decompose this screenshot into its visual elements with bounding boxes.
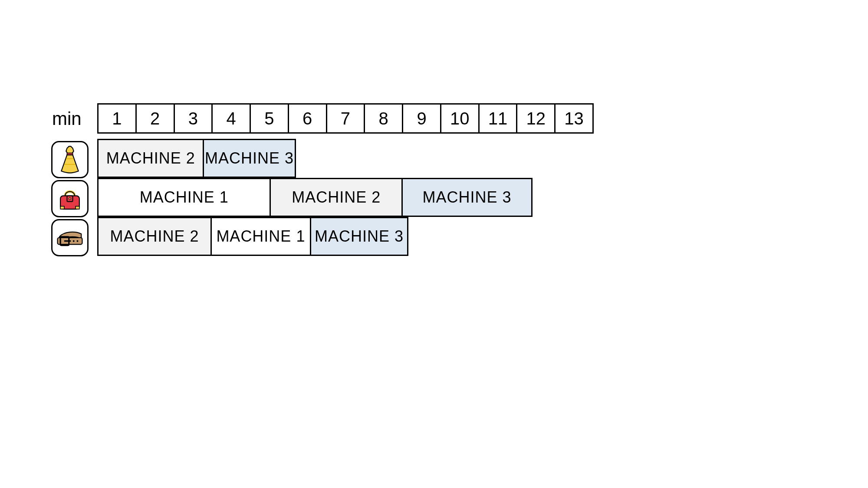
gantt-row-belt: MACHINE 2MACHINE 1MACHINE 3 [97,217,408,256]
timeline-tick: 8 [365,105,403,132]
gantt-row-dress: MACHINE 2MACHINE 3 [97,139,296,178]
svg-point-9 [73,240,75,242]
timeline-tick: 3 [175,105,213,132]
belt-icon [51,219,89,256]
gantt-row-handbag: MACHINE 1MACHINE 2MACHINE 3 [97,178,533,217]
svg-point-10 [77,240,79,242]
timeline-tick: 11 [480,105,518,132]
gantt-bar-dress: MACHINE 2 [97,139,204,178]
gantt-bar-handbag: MACHINE 1 [97,178,271,217]
gantt-bar-dress: MACHINE 3 [204,139,296,178]
timeline-tick: 13 [556,105,592,132]
handbag-icon [51,180,89,217]
gantt-bar-belt: MACHINE 1 [212,217,311,256]
gantt-bar-handbag: MACHINE 3 [403,178,533,217]
timeline-tick: 1 [99,105,137,132]
dress-icon [51,141,89,178]
timeline-axis: 12345678910111213 [97,103,594,134]
timeline-tick: 4 [213,105,251,132]
svg-rect-4 [60,206,64,210]
timeline-tick: 2 [137,105,175,132]
svg-point-3 [69,198,71,200]
svg-rect-5 [76,206,79,210]
timeline-tick: 5 [251,105,289,132]
axis-label-min: min [52,108,82,129]
gantt-bar-belt: MACHINE 2 [97,217,212,256]
gantt-diagram: min 12345678910111213 [0,0,868,488]
gantt-bar-belt: MACHINE 3 [311,217,408,256]
timeline-tick: 10 [441,105,480,132]
timeline-tick: 9 [403,105,441,132]
timeline-tick: 12 [517,105,556,132]
timeline-tick: 7 [327,105,365,132]
gantt-bar-handbag: MACHINE 2 [271,178,403,217]
timeline-tick: 6 [289,105,327,132]
